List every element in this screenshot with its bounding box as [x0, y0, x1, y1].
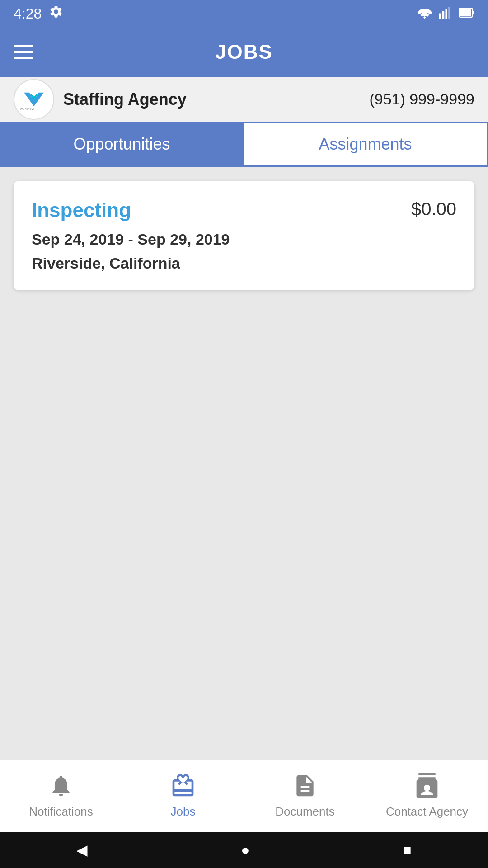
job-dates: Sep 24, 2019 - Sep 29, 2019: [32, 231, 456, 248]
tab-assignments[interactable]: Assignments: [244, 122, 488, 166]
job-card-header: Inspecting $0.00: [32, 199, 456, 222]
status-bar-left: 4:28: [14, 5, 63, 23]
gear-icon: [49, 5, 63, 23]
svg-rect-3: [448, 7, 450, 19]
tab-bar: Opportunities Assignments: [0, 122, 488, 167]
nav-notifications[interactable]: Notifications: [0, 760, 122, 832]
job-location: Riverside, California: [32, 255, 456, 272]
android-nav-bar: ◀ ● ■: [0, 832, 488, 868]
documents-icon: [292, 773, 318, 800]
svg-text:wurknow: wurknow: [19, 107, 34, 111]
nav-contact-agency[interactable]: Contact Agency: [366, 760, 488, 832]
menu-button[interactable]: [14, 45, 33, 59]
time-display: 4:28: [14, 5, 42, 22]
recent-button[interactable]: ■: [403, 842, 411, 859]
tab-opportunities[interactable]: Opportunities: [0, 122, 244, 166]
bottom-nav: Notifications Jobs Documents Contact Age…: [0, 760, 488, 832]
app-header: JOBS: [0, 27, 488, 77]
nav-notifications-label: Notifications: [29, 805, 93, 819]
status-bar-right: [417, 6, 474, 21]
home-button[interactable]: ●: [241, 842, 249, 859]
signal-icon: [439, 6, 453, 21]
agency-logo: wurknow: [14, 79, 54, 120]
svg-rect-1: [442, 11, 445, 19]
battery-icon: [459, 7, 474, 20]
nav-contact-agency-label: Contact Agency: [386, 805, 468, 819]
jobs-icon: [170, 773, 196, 800]
main-content: Inspecting $0.00 Sep 24, 2019 - Sep 29, …: [0, 167, 488, 304]
agency-name: Staffing Agency: [63, 90, 369, 109]
nav-documents[interactable]: Documents: [244, 760, 366, 832]
svg-rect-0: [439, 14, 441, 19]
svg-rect-2: [446, 9, 448, 19]
nav-jobs[interactable]: Jobs: [122, 760, 244, 832]
nav-jobs-label: Jobs: [171, 805, 196, 819]
nav-documents-label: Documents: [275, 805, 335, 819]
agency-phone: (951) 999-9999: [369, 90, 474, 108]
contact-icon: [414, 773, 440, 800]
page-title: JOBS: [215, 41, 273, 63]
back-button[interactable]: ◀: [76, 841, 88, 859]
bell-icon: [48, 773, 74, 800]
job-title: Inspecting: [32, 199, 131, 222]
svg-rect-5: [473, 11, 474, 15]
job-card[interactable]: Inspecting $0.00 Sep 24, 2019 - Sep 29, …: [14, 181, 474, 290]
job-pay: $0.00: [411, 199, 456, 219]
wifi-icon: [417, 6, 433, 21]
status-bar: 4:28: [0, 0, 488, 27]
agency-bar: wurknow Staffing Agency (951) 999-9999: [0, 77, 488, 122]
svg-rect-6: [460, 9, 471, 16]
